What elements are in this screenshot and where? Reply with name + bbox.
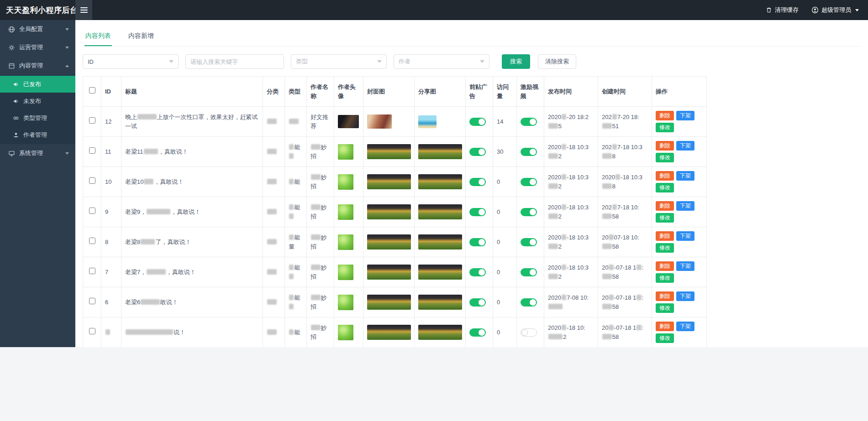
row-checkbox[interactable]: [89, 268, 95, 274]
author-filter-select[interactable]: 作者: [394, 54, 489, 69]
edit-button[interactable]: 修改: [656, 153, 674, 162]
censored-text: [562, 265, 566, 270]
row-checkbox[interactable]: [89, 208, 95, 214]
preroll-ad-toggle[interactable]: [469, 328, 486, 337]
cover-image: [367, 204, 411, 219]
delete-button[interactable]: 删除: [656, 141, 674, 151]
row-category: [263, 287, 285, 317]
tab-content-list[interactable]: 内容列表: [84, 28, 112, 46]
admin-user-menu[interactable]: 超级管理员: [811, 6, 859, 14]
row-incentive-video: [517, 107, 544, 137]
row-author-name: 妙招: [307, 197, 334, 227]
hamburger-menu-button[interactable]: [75, 0, 92, 20]
row-create-time: 20-07-18 1:58: [598, 257, 652, 287]
preroll-ad-toggle[interactable]: [469, 238, 486, 246]
sidebar-item-global-config[interactable]: 全局配置: [0, 20, 75, 38]
row-cover: [363, 317, 415, 348]
column-header-6: 作者头像: [334, 77, 363, 107]
incentive-video-toggle[interactable]: [521, 238, 537, 246]
censored-text: [289, 213, 294, 219]
offline-button[interactable]: 下架: [676, 111, 694, 120]
megaphone-icon: [13, 81, 19, 88]
offline-button[interactable]: 下架: [676, 201, 694, 211]
type-filter-select[interactable]: 类型: [291, 54, 387, 69]
sidebar-item-author-management[interactable]: 作者管理: [0, 126, 75, 143]
preroll-ad-toggle[interactable]: [469, 298, 486, 307]
clear-search-button[interactable]: 清除搜索: [538, 54, 576, 69]
offline-button[interactable]: 下架: [676, 141, 694, 151]
censored-text: [548, 183, 558, 189]
row-create-time: 20-07-18 1:58: [598, 317, 652, 348]
preroll-ad-toggle[interactable]: [469, 208, 486, 216]
search-button[interactable]: 搜索: [502, 54, 530, 69]
person-icon: [13, 132, 19, 138]
row-id: 12: [101, 107, 121, 137]
keyword-search-input[interactable]: [185, 54, 284, 69]
censored-text: [311, 144, 321, 150]
sidebar-item-type-management[interactable]: 类型管理: [0, 109, 75, 126]
row-cover: [363, 107, 415, 137]
preroll-ad-toggle[interactable]: [469, 148, 486, 156]
sidebar-item-content-management[interactable]: 内容管理: [0, 57, 75, 75]
incentive-video-toggle[interactable]: [521, 268, 537, 276]
edit-button[interactable]: 修改: [656, 243, 674, 253]
edit-button[interactable]: 修改: [656, 213, 674, 223]
tab-content-add[interactable]: 内容新增: [127, 28, 155, 46]
delete-button[interactable]: 删除: [656, 231, 674, 241]
row-checkbox[interactable]: [89, 177, 95, 184]
preroll-ad-toggle[interactable]: [469, 268, 486, 276]
censored-text: [311, 234, 321, 240]
sidebar-item-label: 未发布: [23, 97, 41, 105]
preroll-ad-toggle[interactable]: [469, 178, 486, 186]
delete-button[interactable]: 删除: [656, 291, 674, 301]
row-type: [285, 107, 307, 137]
clear-cache-button[interactable]: 清理缓存: [766, 6, 799, 14]
id-filter-select[interactable]: ID: [83, 54, 179, 69]
sidebar-item-system-management[interactable]: 系统管理: [0, 144, 75, 162]
censored-text: [105, 329, 110, 335]
incentive-video-toggle[interactable]: [521, 118, 537, 126]
edit-button[interactable]: 修改: [656, 333, 674, 343]
row-title: 老梁8了，真敢说！: [121, 227, 263, 257]
edit-button[interactable]: 修改: [656, 303, 674, 313]
row-checkbox[interactable]: [89, 298, 95, 304]
select-all-checkbox[interactable]: [89, 87, 95, 94]
delete-button[interactable]: 删除: [656, 322, 674, 331]
sidebar-item-published[interactable]: 已发布: [0, 76, 75, 93]
row-checkbox[interactable]: [89, 147, 95, 154]
chevron-down-icon: [377, 60, 382, 63]
sidebar-item-unpublished[interactable]: 未发布: [0, 93, 75, 109]
row-checkbox[interactable]: [89, 117, 95, 124]
row-actions: 删除下架修改: [652, 257, 707, 287]
row-id: 11: [101, 137, 121, 167]
incentive-video-toggle[interactable]: [521, 328, 537, 337]
offline-button[interactable]: 下架: [676, 322, 694, 331]
offline-button[interactable]: 下架: [676, 291, 694, 301]
preroll-ad-toggle[interactable]: [469, 118, 486, 126]
row-title: 晚上上放个一次性口罩，效果太好，赶紧试一试: [121, 107, 263, 137]
edit-button[interactable]: 修改: [656, 123, 674, 132]
delete-button[interactable]: 删除: [656, 201, 674, 211]
incentive-video-toggle[interactable]: [521, 298, 537, 307]
edit-button[interactable]: 修改: [656, 183, 674, 192]
censored-text: [147, 269, 166, 275]
row-checkbox[interactable]: [89, 328, 95, 334]
delete-button[interactable]: 删除: [656, 111, 674, 120]
row-select-cell: [83, 137, 101, 167]
offline-button[interactable]: 下架: [676, 171, 694, 181]
offline-button[interactable]: 下架: [676, 261, 694, 271]
column-header-9: 前贴广告: [466, 77, 493, 107]
chevron-up-icon: [65, 65, 69, 67]
action-buttons: 删除下架修改: [656, 231, 698, 253]
offline-button[interactable]: 下架: [676, 231, 694, 241]
row-id: 9: [101, 197, 121, 227]
sidebar-item-operations[interactable]: 运营管理: [0, 38, 75, 57]
delete-button[interactable]: 删除: [656, 171, 674, 181]
incentive-video-toggle[interactable]: [521, 178, 537, 186]
delete-button[interactable]: 删除: [656, 261, 674, 271]
row-share: [415, 287, 466, 317]
incentive-video-toggle[interactable]: [521, 208, 537, 216]
edit-button[interactable]: 修改: [656, 273, 674, 283]
incentive-video-toggle[interactable]: [521, 148, 537, 156]
row-checkbox[interactable]: [89, 238, 95, 244]
